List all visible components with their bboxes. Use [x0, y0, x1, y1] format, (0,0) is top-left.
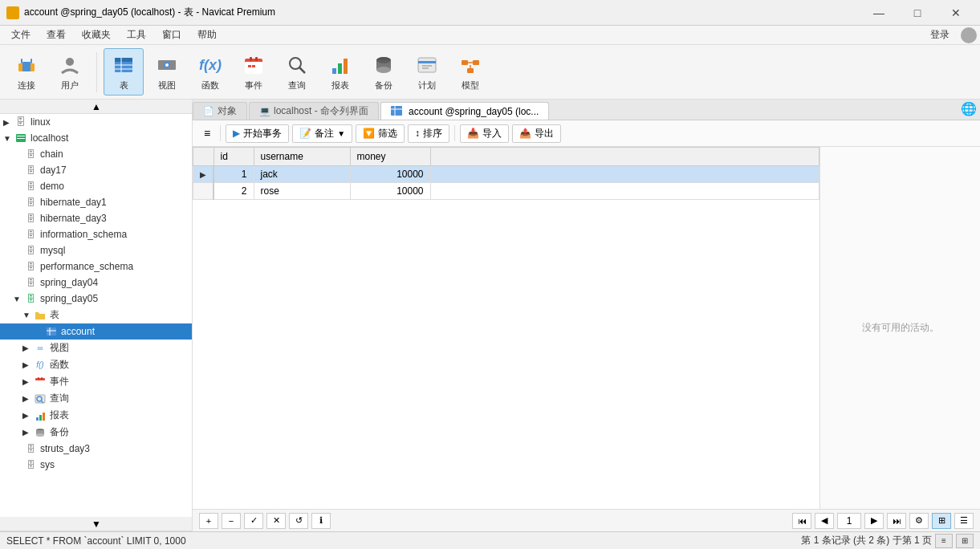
table-row[interactable]: 1 jack 10000	[193, 166, 819, 183]
form-view-button[interactable]: ☰	[954, 513, 974, 529]
tab-object[interactable]: 📄 对象	[193, 102, 247, 120]
sidebar-item-spring-day04[interactable]: 🗄 spring_day04	[0, 274, 192, 291]
sidebar-item-linux[interactable]: ▶ 🗄 linux	[0, 114, 192, 130]
sidebar-scroll-down[interactable]: ▼	[0, 517, 193, 531]
close-button[interactable]: ✕	[938, 2, 974, 24]
sidebar-item-label: information_schema	[40, 229, 127, 240]
sidebar-item-tables-folder[interactable]: ▼ 表	[0, 307, 192, 323]
arrow-icon: ▶	[22, 377, 34, 386]
begin-transaction-button[interactable]: ▶ 开始事务	[226, 124, 289, 143]
sidebar-item-struts-day3[interactable]: 🗄 struts_day3	[0, 441, 192, 457]
tab-extra-icon[interactable]: 🌐	[958, 98, 980, 120]
sidebar-item-hibernate-day1[interactable]: 🗄 hibernate_day1	[0, 194, 192, 210]
tool-event[interactable]: 事件	[234, 49, 274, 95]
cancel-edit-button[interactable]: ✕	[266, 513, 286, 529]
function-icon: f(x)	[197, 52, 223, 78]
import-button[interactable]: 📥 导入	[460, 124, 509, 143]
sidebar-item-mysql[interactable]: 🗄 mysql	[0, 242, 192, 258]
svg-rect-40	[17, 138, 25, 139]
action-separator-2	[454, 125, 455, 141]
tool-table[interactable]: 表	[104, 48, 144, 96]
tool-view[interactable]: 视图	[147, 49, 187, 95]
tool-connect-label: 连接	[18, 79, 35, 92]
tool-query[interactable]: 查询	[277, 49, 317, 95]
sidebar-item-hibernate-day3[interactable]: 🗄 hibernate_day3	[0, 210, 192, 226]
sidebar-item-account-table[interactable]: account	[0, 323, 192, 340]
sidebar-item-spring-day05[interactable]: ▼ 🗄 spring_day05	[0, 291, 192, 307]
maximize-button[interactable]: □	[900, 2, 935, 24]
tool-plan[interactable]: 计划	[407, 49, 447, 95]
pager-settings-button[interactable]: ⚙	[909, 513, 929, 529]
note-button[interactable]: 📝 备注 ▼	[292, 124, 352, 143]
prev-page-button[interactable]: ◀	[815, 513, 834, 529]
hamburger-menu-button[interactable]: ≡	[199, 124, 215, 143]
cell-money-2[interactable]: 10000	[350, 183, 430, 200]
menu-file[interactable]: 文件	[3, 26, 39, 43]
refresh-button[interactable]: ↺	[289, 513, 308, 529]
cell-id-2[interactable]: 2	[213, 183, 254, 200]
status-icon-btn-1[interactable]: ≡	[935, 534, 953, 548]
sidebar-item-chain[interactable]: 🗄 chain	[0, 146, 192, 162]
tool-function[interactable]: f(x) 函数	[190, 49, 230, 95]
sidebar-item-day17[interactable]: 🗄 day17	[0, 162, 192, 178]
confirm-button[interactable]: ✓	[244, 513, 263, 529]
cell-username-2[interactable]: rose	[254, 183, 350, 200]
svg-rect-53	[43, 413, 45, 421]
status-right: 第 1 条记录 (共 2 条) 于第 1 页 ≡ ⊞	[801, 534, 974, 548]
col-header-username[interactable]: username	[254, 148, 350, 166]
sidebar-item-views-folder[interactable]: ▶ ∞ 视图	[0, 340, 192, 356]
tab-cmd[interactable]: 💻 localhost - 命令列界面	[249, 102, 379, 120]
next-page-button[interactable]: ▶	[864, 513, 884, 529]
sort-button[interactable]: ↕ 排序	[408, 124, 449, 143]
grid-view-button[interactable]: ⊞	[932, 513, 951, 529]
tool-report[interactable]: 报表	[320, 49, 360, 95]
tool-user[interactable]: 用户	[50, 49, 90, 95]
info-button[interactable]: ℹ	[311, 513, 331, 529]
sidebar-item-events-folder[interactable]: ▶ 事件	[0, 373, 192, 390]
sidebar-item-performance-schema[interactable]: 🗄 performance_schema	[0, 258, 192, 274]
sidebar-item-backup-folder[interactable]: ▶ 备份	[0, 424, 192, 441]
no-activity-text: 没有可用的活动。	[862, 321, 939, 335]
sidebar-item-reports-folder[interactable]: ▶ 报表	[0, 407, 192, 424]
login-button[interactable]: 登录	[922, 26, 958, 43]
sidebar-item-localhost[interactable]: ▼ localhost	[0, 130, 192, 146]
sidebar-scroll-up[interactable]: ▲	[0, 100, 193, 114]
menu-view[interactable]: 查看	[39, 26, 74, 43]
sidebar-item-queries-folder[interactable]: ▶ 查询	[0, 390, 192, 407]
sidebar-item-sys[interactable]: 🗄 sys	[0, 457, 192, 473]
menu-help[interactable]: 帮助	[189, 26, 225, 43]
page-number-input[interactable]	[837, 513, 861, 529]
minimize-button[interactable]: —	[861, 2, 897, 24]
delete-record-button[interactable]: −	[222, 513, 241, 529]
add-record-button[interactable]: +	[199, 513, 218, 529]
status-icon-btn-2[interactable]: ⊞	[956, 534, 974, 548]
filter-button[interactable]: 🔽 筛选	[356, 124, 405, 143]
menu-tools[interactable]: 工具	[119, 26, 154, 43]
sidebar-item-functions-folder[interactable]: ▶ f() 函数	[0, 356, 192, 373]
tab-table[interactable]: account @spring_day05 (loc...	[380, 102, 549, 120]
tab-table-label: account @spring_day05 (loc...	[409, 106, 539, 117]
toolbar-separator-1	[96, 52, 97, 92]
sidebar-item-demo[interactable]: 🗄 demo	[0, 178, 192, 194]
col-header-id[interactable]: id	[213, 148, 254, 166]
cell-username-1[interactable]: jack	[254, 166, 350, 183]
cell-id-1[interactable]: 1	[213, 166, 254, 183]
last-page-button[interactable]: ⏭	[887, 513, 906, 529]
db-icon: 🗄	[24, 180, 37, 193]
table-wrapper: id username money 1 jack 10000	[193, 147, 980, 509]
tool-model[interactable]: 模型	[450, 49, 490, 95]
menu-window[interactable]: 窗口	[154, 26, 189, 43]
server-icon	[14, 132, 27, 144]
svg-rect-22	[332, 68, 336, 74]
col-header-money[interactable]: money	[350, 148, 430, 166]
tool-backup[interactable]: 备份	[364, 49, 404, 95]
export-button[interactable]: 📤 导出	[512, 124, 561, 143]
sidebar-item-information-schema[interactable]: 🗄 information_schema	[0, 226, 192, 242]
sidebar-item-label: demo	[40, 181, 64, 192]
tool-connect[interactable]: 连接	[6, 49, 47, 95]
cell-money-1[interactable]: 10000	[350, 166, 430, 183]
menu-favorites[interactable]: 收藏夹	[74, 26, 119, 43]
plan-icon	[414, 52, 440, 78]
first-page-button[interactable]: ⏮	[792, 513, 811, 529]
table-row[interactable]: 2 rose 10000	[193, 183, 819, 200]
